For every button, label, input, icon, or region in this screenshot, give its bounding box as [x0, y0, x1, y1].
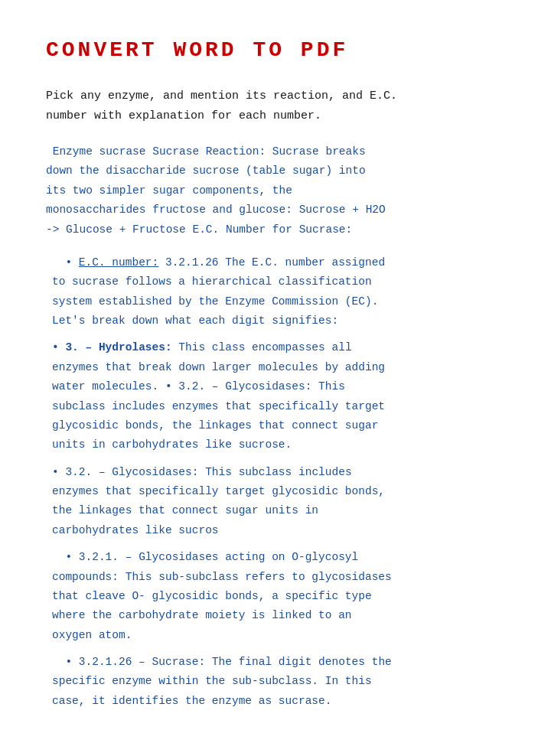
enzyme-text: Enzyme sucrase Sucrase Reaction: Sucrase…	[46, 145, 386, 236]
sucrase-label: Sucrase:	[152, 656, 206, 668]
ec-number-text: • E.C. number: 3.2.1.26 The E.C. number …	[52, 256, 385, 327]
glycosidases-text: • 3.2. – Glycosidases: This subclass inc…	[52, 466, 385, 536]
glycosidases-label: Glycosidases:	[112, 466, 198, 478]
intro-line2: number with explanation for each number.	[46, 109, 321, 122]
page-title: CONVERT WORD TO PDF	[46, 38, 505, 62]
page-container: CONVERT WORD TO PDF Pick any enzyme, and…	[0, 0, 551, 756]
hydrolases-block: • 3. – Hydrolases: This class encompasse…	[46, 338, 505, 455]
intro-line1: Pick any enzyme, and mention its reactio…	[46, 90, 397, 103]
sucrase-text: • 3.2.1.26 – Sucrase: The final digit de…	[52, 656, 392, 707]
hydrolases-label: Hydrolases:	[99, 341, 172, 354]
intro-text: Pick any enzyme, and mention its reactio…	[46, 86, 505, 125]
glycosidases-block: • 3.2. – Glycosidases: This subclass inc…	[46, 463, 505, 541]
ec-number-block: • E.C. number: 3.2.1.26 The E.C. number …	[46, 253, 505, 331]
enzyme-block: Enzyme sucrase Sucrase Reaction: Sucrase…	[46, 142, 505, 240]
hydrolases-text: • 3. – Hydrolases: This class encompasse…	[52, 341, 385, 451]
sucrase-block: • 3.2.1.26 – Sucrase: The final digit de…	[46, 653, 505, 711]
glycosidases-acting-block: • 3.2.1. – Glycosidases acting on O-glyc…	[46, 548, 505, 645]
glycosidases-acting-text: • 3.2.1. – Glycosidases acting on O-glyc…	[52, 551, 392, 641]
hydrolases-bullet: • 3. – Hydrolases:	[52, 341, 172, 354]
ec-label: E.C. number:	[79, 256, 158, 269]
glycosidases-acting-label: Glycosidases acting on O-glycosyl compou…	[52, 551, 358, 582]
